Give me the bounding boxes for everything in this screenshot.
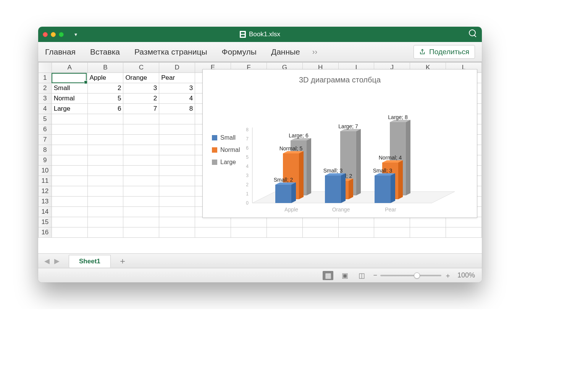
cell[interactable] — [87, 166, 123, 176]
grid[interactable]: ABCDEFGHIJKL1AppleOrangePear2Small2333No… — [38, 62, 482, 253]
cell[interactable] — [159, 114, 195, 124]
tab-home[interactable]: Главная — [45, 47, 76, 56]
quick-access-menu[interactable]: ▾ — [74, 31, 77, 37]
cell[interactable] — [87, 155, 123, 166]
share-button[interactable]: Поделиться — [414, 45, 475, 59]
cell[interactable] — [87, 227, 123, 238]
row-header[interactable]: 6 — [39, 124, 52, 135]
column-header[interactable]: B — [87, 63, 123, 73]
tab-formulas[interactable]: Формулы — [222, 47, 257, 56]
cell[interactable] — [159, 145, 195, 155]
cell[interactable] — [410, 227, 446, 238]
cell[interactable] — [267, 217, 302, 227]
cell[interactable] — [159, 197, 195, 207]
cell[interactable]: Normal — [52, 94, 87, 104]
cell[interactable] — [159, 166, 195, 176]
cell[interactable] — [159, 176, 195, 186]
cell[interactable] — [123, 135, 159, 145]
cell[interactable] — [123, 166, 159, 176]
cell[interactable] — [52, 155, 87, 166]
cell[interactable] — [123, 186, 159, 197]
cell[interactable] — [123, 217, 159, 227]
zoom-thumb[interactable] — [414, 272, 420, 279]
cell[interactable] — [302, 217, 338, 227]
row-header[interactable]: 14 — [39, 207, 52, 217]
cell[interactable] — [195, 227, 231, 238]
cell[interactable] — [159, 155, 195, 166]
view-page-break[interactable]: ◫ — [356, 271, 367, 280]
cell[interactable] — [52, 227, 87, 238]
cell[interactable] — [338, 227, 374, 238]
column-header[interactable]: A — [52, 63, 87, 73]
cell[interactable] — [52, 207, 87, 217]
cell[interactable] — [159, 186, 195, 197]
cell[interactable] — [123, 114, 159, 124]
cell[interactable] — [123, 227, 159, 238]
search-button[interactable] — [469, 29, 477, 39]
cell[interactable] — [123, 155, 159, 166]
row-header[interactable]: 8 — [39, 145, 52, 155]
cell[interactable] — [123, 197, 159, 207]
view-page-layout[interactable]: ▣ — [339, 271, 350, 280]
tab-insert[interactable]: Вставка — [90, 47, 120, 56]
tab-page-layout[interactable]: Разметка страницы — [134, 47, 207, 56]
zoom-in[interactable]: ＋ — [444, 271, 451, 280]
view-normal[interactable]: ▦ — [323, 271, 333, 280]
sheet-tab-active[interactable]: Sheet1 — [69, 255, 111, 268]
cell[interactable]: 7 — [123, 104, 159, 114]
row-header[interactable]: 2 — [39, 83, 52, 94]
cell[interactable]: Orange — [123, 73, 159, 83]
cell[interactable] — [231, 217, 267, 227]
tabs-overflow[interactable]: ›› — [312, 47, 317, 56]
cell[interactable]: Large — [52, 104, 87, 114]
cell[interactable] — [374, 227, 410, 238]
row-header[interactable]: 10 — [39, 166, 52, 176]
cell[interactable] — [123, 207, 159, 217]
cell[interactable] — [52, 135, 87, 145]
row-header[interactable]: 1 — [39, 73, 52, 83]
cell[interactable] — [267, 227, 302, 238]
column-header[interactable]: D — [159, 63, 195, 73]
cell[interactable] — [446, 227, 482, 238]
row-header[interactable]: 15 — [39, 217, 52, 227]
cell[interactable]: 5 — [87, 94, 123, 104]
cell[interactable]: Apple — [87, 73, 123, 83]
cell[interactable] — [123, 124, 159, 135]
zoom-slider[interactable] — [380, 275, 441, 276]
row-header[interactable]: 12 — [39, 186, 52, 197]
row-header[interactable]: 16 — [39, 227, 52, 238]
select-all-corner[interactable] — [39, 63, 52, 73]
cell[interactable] — [52, 73, 87, 83]
cell[interactable]: Small — [52, 83, 87, 94]
cell[interactable]: 2 — [87, 83, 123, 94]
cell[interactable]: Pear — [159, 73, 195, 83]
cell[interactable] — [123, 176, 159, 186]
cell[interactable] — [159, 207, 195, 217]
row-header[interactable]: 9 — [39, 155, 52, 166]
row-header[interactable]: 13 — [39, 197, 52, 207]
cell[interactable] — [87, 135, 123, 145]
cell[interactable]: 2 — [123, 94, 159, 104]
cell[interactable] — [87, 197, 123, 207]
row-header[interactable]: 7 — [39, 135, 52, 145]
cell[interactable] — [52, 197, 87, 207]
cell[interactable] — [87, 217, 123, 227]
cell[interactable] — [52, 145, 87, 155]
window-maximize-button[interactable] — [59, 32, 64, 37]
cell[interactable] — [302, 227, 338, 238]
cell[interactable] — [446, 217, 482, 227]
zoom-out[interactable]: − — [373, 271, 377, 279]
cell[interactable] — [159, 124, 195, 135]
cell[interactable]: 4 — [159, 94, 195, 104]
cell[interactable] — [159, 135, 195, 145]
cell[interactable] — [159, 227, 195, 238]
cell[interactable] — [338, 217, 374, 227]
cell[interactable] — [87, 145, 123, 155]
cell[interactable] — [374, 217, 410, 227]
sheet-nav-prev[interactable]: ◀ — [42, 257, 52, 265]
cell[interactable] — [87, 186, 123, 197]
cell[interactable] — [87, 207, 123, 217]
cell[interactable] — [52, 176, 87, 186]
cell[interactable] — [87, 176, 123, 186]
cell[interactable] — [195, 217, 231, 227]
